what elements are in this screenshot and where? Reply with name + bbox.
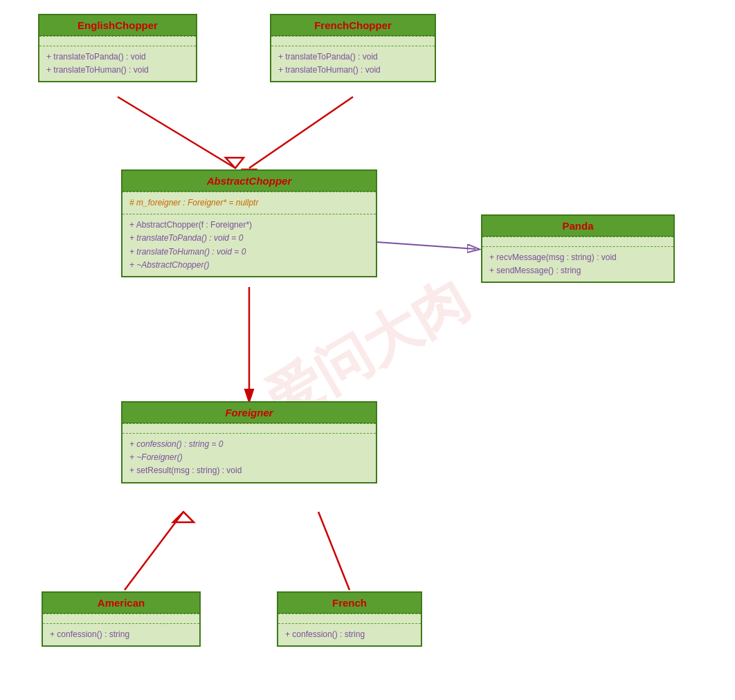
english-chopper-fields bbox=[39, 36, 196, 46]
french-method-1: + confession() : string bbox=[285, 628, 414, 641]
french-title: French bbox=[278, 593, 421, 614]
diagram-container: 爱问大肉 bbox=[0, 0, 735, 700]
american-method-1: + confession() : string bbox=[50, 628, 192, 641]
english-chopper-method-2: + translateToHuman() : void bbox=[46, 64, 189, 77]
svg-line-0 bbox=[118, 97, 235, 168]
abstract-chopper-method-4: + ~AbstractChopper() bbox=[129, 259, 369, 272]
french-chopper-methods: + translateToPanda() : void + translateT… bbox=[271, 46, 435, 81]
svg-marker-7 bbox=[173, 512, 194, 522]
abstract-chopper-method-3: + translateToHuman() : void = 0 bbox=[129, 246, 369, 259]
svg-marker-1 bbox=[226, 158, 244, 168]
abstract-chopper-fields: # m_foreigner : Foreigner* = nullptr bbox=[122, 192, 376, 214]
french-chopper-title: FrenchChopper bbox=[271, 15, 435, 36]
foreigner-method-3: + setResult(msg : string) : void bbox=[129, 464, 369, 477]
american-class: American + confession() : string bbox=[42, 591, 201, 647]
abstract-chopper-methods: + AbstractChopper(f : Foreigner*) + tran… bbox=[122, 214, 376, 276]
french-chopper-method-2: + translateToHuman() : void bbox=[278, 64, 428, 77]
svg-line-5 bbox=[125, 512, 183, 590]
svg-line-4 bbox=[377, 242, 475, 249]
abstract-chopper-method-2: + translateToPanda() : void = 0 bbox=[129, 232, 369, 245]
american-methods: + confession() : string bbox=[43, 623, 199, 645]
french-methods: + confession() : string bbox=[278, 623, 421, 645]
american-title: American bbox=[43, 593, 199, 614]
panda-title: Panda bbox=[482, 216, 673, 237]
english-chopper-methods: + translateToPanda() : void + translateT… bbox=[39, 46, 196, 81]
foreigner-method-1: + confession() : string = 0 bbox=[129, 438, 369, 451]
foreigner-methods: + confession() : string = 0 + ~Foreigner… bbox=[122, 433, 376, 482]
svg-line-2 bbox=[249, 97, 353, 168]
foreigner-class: Foreigner + confession() : string = 0 + … bbox=[121, 401, 377, 483]
french-chopper-fields bbox=[271, 36, 435, 46]
french-chopper-method-1: + translateToPanda() : void bbox=[278, 50, 428, 64]
abstract-chopper-method-1: + AbstractChopper(f : Foreigner*) bbox=[129, 219, 369, 232]
abstract-chopper-title: AbstractChopper bbox=[122, 171, 376, 192]
english-chopper-method-1: + translateToPanda() : void bbox=[46, 50, 189, 64]
french-chopper-class: FrenchChopper + translateToPanda() : voi… bbox=[270, 14, 436, 82]
foreigner-method-2: + ~Foreigner() bbox=[129, 451, 369, 464]
panda-method-1: + recvMessage(msg : string) : void bbox=[489, 251, 666, 264]
french-class: French + confession() : string bbox=[277, 591, 422, 647]
foreigner-title: Foreigner bbox=[122, 403, 376, 423]
american-fields bbox=[43, 614, 199, 623]
panda-class: Panda + recvMessage(msg : string) : void… bbox=[481, 214, 675, 283]
panda-methods: + recvMessage(msg : string) : void + sen… bbox=[482, 246, 673, 282]
french-fields bbox=[278, 614, 421, 623]
english-chopper-title: EnglishChopper bbox=[39, 15, 196, 36]
abstract-chopper-field-1: # m_foreigner : Foreigner* = nullptr bbox=[129, 196, 369, 210]
panda-fields bbox=[482, 237, 673, 246]
panda-method-2: + sendMessage() : string bbox=[489, 264, 666, 277]
english-chopper-class: EnglishChopper + translateToPanda() : vo… bbox=[38, 14, 197, 82]
abstract-chopper-class: AbstractChopper # m_foreigner : Foreigne… bbox=[121, 169, 377, 277]
svg-line-6 bbox=[318, 512, 350, 590]
foreigner-fields bbox=[122, 423, 376, 433]
